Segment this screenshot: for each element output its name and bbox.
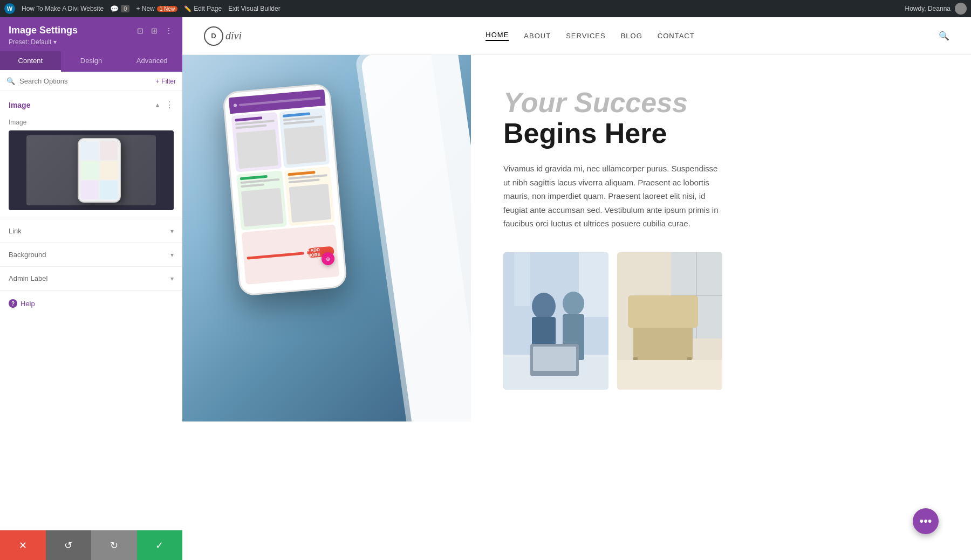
svg-rect-2 <box>514 252 530 306</box>
link-section[interactable]: Link ▾ <box>0 219 182 243</box>
site-logo: D divi <box>204 26 242 46</box>
hero-body-text: Vivamus id gravida mi, nec ullamcorper p… <box>503 162 719 231</box>
sidebar-bottom-toolbar: ✕ ↺ ↻ ✓ <box>0 530 182 560</box>
nav-links: HOME ABOUT SERVICES BLOG CONTACT <box>485 31 694 41</box>
sidebar-header-top: Image Settings ⊡ ⊞ ⋮ <box>9 25 174 36</box>
wp-logo-icon[interactable]: W <box>4 3 15 14</box>
background-section[interactable]: Background ▾ <box>0 243 182 267</box>
admin-label-chevron-icon: ▾ <box>170 275 174 282</box>
nav-home[interactable]: HOME <box>485 31 509 41</box>
sidebar-header: Image Settings ⊡ ⊞ ⋮ Preset: Default ▾ <box>0 17 182 51</box>
sidebar-tabs: Content Design Advanced <box>0 51 182 72</box>
women-image-placeholder <box>503 252 608 390</box>
sidebar-title: Image Settings <box>9 25 78 36</box>
floating-action-button[interactable]: ••• <box>913 508 939 534</box>
hero-image-grid <box>503 252 939 390</box>
wp-bar-edit-page[interactable]: ✏️ Edit Page <box>184 5 222 12</box>
nav-blog[interactable]: BLOG <box>621 32 642 40</box>
sidebar-responsive-icon[interactable]: ⊡ <box>136 25 145 36</box>
hero-title-line1: Your Success <box>503 87 939 118</box>
save-button[interactable]: ✓ <box>137 530 183 560</box>
filter-label: Filter <box>161 78 176 85</box>
search-input[interactable] <box>19 77 151 85</box>
filter-button[interactable]: + Filter <box>155 78 176 85</box>
cancel-button[interactable]: ✕ <box>0 530 46 560</box>
new-badge: 1 New <box>157 6 177 12</box>
image-field: Image <box>0 119 182 219</box>
svg-rect-17 <box>628 295 698 328</box>
wp-bar-comments[interactable]: 💬 0 <box>110 5 129 13</box>
image-section-more-icon[interactable]: ⋮ <box>165 100 174 110</box>
svg-point-6 <box>563 292 584 315</box>
main-wrapper: Image Settings ⊡ ⊞ ⋮ Preset: Default ▾ C… <box>0 17 971 560</box>
sidebar-layout-icon[interactable]: ⊞ <box>150 25 159 36</box>
logo-text: divi <box>225 30 242 42</box>
redo-button[interactable]: ↻ <box>91 530 137 560</box>
image-section-header-icons: ▲ ⋮ <box>154 100 174 110</box>
image-section-chevron-icon: ▲ <box>154 101 161 109</box>
background-section-title: Background <box>9 251 46 259</box>
sidebar: Image Settings ⊡ ⊞ ⋮ Preset: Default ▾ C… <box>0 17 182 560</box>
user-avatar[interactable] <box>955 3 967 15</box>
chair-image-placeholder <box>617 252 722 390</box>
svg-rect-9 <box>533 347 576 371</box>
image-section: Image ▲ ⋮ Image <box>0 91 182 219</box>
preset-label: Preset: Default <box>9 38 51 46</box>
image-field-label: Image <box>9 119 174 126</box>
logo-circle-icon: D <box>204 26 223 46</box>
howdy-text: Howdy, Deanna <box>905 5 951 12</box>
site-navigation: D divi HOME ABOUT SERVICES BLOG CONTACT … <box>182 17 971 55</box>
help-icon: ? <box>9 299 17 308</box>
site-name-label: How To Make A Divi Website <box>22 5 104 12</box>
new-label: + New <box>136 5 154 12</box>
nav-contact[interactable]: CONTACT <box>658 32 695 40</box>
nav-services[interactable]: SERVICES <box>566 32 606 40</box>
background-section-chevron-icon: ▾ <box>170 251 174 259</box>
nav-search-icon[interactable]: 🔍 <box>939 31 949 41</box>
hero-text-column: Your Success Begins Here Vivamus id grav… <box>471 55 971 421</box>
admin-label-section-title: Admin Label <box>9 274 47 282</box>
image-preview-box[interactable] <box>9 130 174 210</box>
wp-bar-right: Howdy, Deanna <box>905 3 967 15</box>
site-hero: + ADD MORE ⊕ Your Success <box>182 55 971 421</box>
fab-dots-icon: ••• <box>919 514 932 528</box>
wp-bar-site-name[interactable]: How To Make A Divi Website <box>22 5 104 12</box>
preset-chevron-icon: ▾ <box>53 38 57 46</box>
sidebar-more-icon[interactable]: ⋮ <box>164 25 174 36</box>
tab-content[interactable]: Content <box>0 51 61 72</box>
wp-bar-exit-builder[interactable]: Exit Visual Builder <box>228 5 281 12</box>
hero-image-column: + ADD MORE ⊕ <box>182 55 471 421</box>
undo-button[interactable]: ↺ <box>46 530 92 560</box>
sidebar-search-bar: 🔍 + Filter <box>0 72 182 91</box>
nav-about[interactable]: ABOUT <box>524 32 551 40</box>
hero-background-image: + ADD MORE ⊕ <box>182 55 471 421</box>
search-icon: 🔍 <box>6 77 15 85</box>
wp-bar-new[interactable]: + New 1 New <box>136 5 177 12</box>
help-label: Help <box>20 300 35 308</box>
image-section-header[interactable]: Image ▲ ⋮ <box>0 91 182 119</box>
wp-admin-bar: W How To Make A Divi Website 💬 0 + New 1… <box>0 0 971 17</box>
edit-page-label: Edit Page <box>194 5 222 12</box>
tab-advanced[interactable]: Advanced <box>121 51 182 72</box>
link-section-chevron-icon: ▾ <box>170 227 174 235</box>
filter-plus-icon: + <box>155 78 159 85</box>
help-link[interactable]: ? Help <box>0 291 182 316</box>
phone-pink-button: ⊕ <box>322 252 334 265</box>
sidebar-header-icons: ⊡ ⊞ ⋮ <box>136 25 174 36</box>
website-preview: D divi HOME ABOUT SERVICES BLOG CONTACT … <box>182 17 971 560</box>
svg-rect-16 <box>633 322 693 360</box>
tab-design[interactable]: Design <box>61 51 122 72</box>
sidebar-preset[interactable]: Preset: Default ▾ <box>9 38 174 46</box>
hero-title-line2: Begins Here <box>503 118 939 149</box>
svg-point-4 <box>532 293 556 320</box>
image-section-title: Image <box>9 101 30 109</box>
hero-grid-image-2 <box>617 252 722 390</box>
hero-grid-image-1 <box>503 252 608 390</box>
hero-title: Your Success Begins Here <box>503 87 939 149</box>
sidebar-content: Image ▲ ⋮ Image <box>0 91 182 530</box>
exit-builder-label: Exit Visual Builder <box>228 5 281 12</box>
admin-label-section[interactable]: Admin Label ▾ <box>0 267 182 291</box>
comment-count: 0 <box>121 5 129 12</box>
svg-rect-20 <box>617 360 722 390</box>
link-section-title: Link <box>9 227 22 235</box>
